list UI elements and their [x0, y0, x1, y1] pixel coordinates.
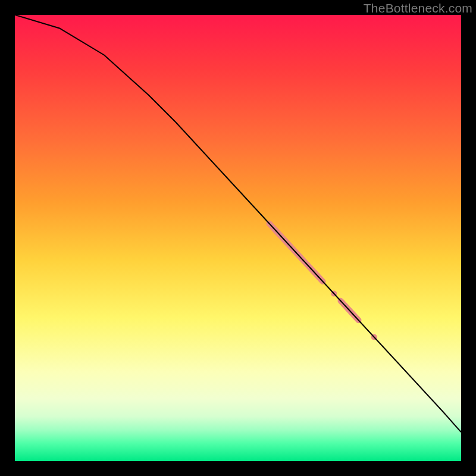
curve-svg	[15, 15, 461, 461]
main-curve	[15, 15, 461, 432]
plot-area	[15, 15, 461, 461]
watermark: TheBottleneck.com	[364, 1, 472, 15]
chart-frame: TheBottleneck.com	[0, 0, 476, 476]
